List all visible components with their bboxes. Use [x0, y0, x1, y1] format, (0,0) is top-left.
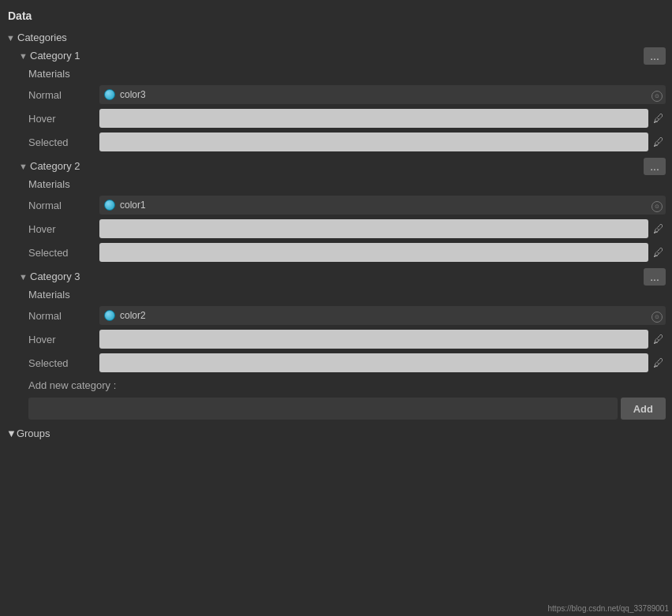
categories-header[interactable]: ▼ Categories [0, 28, 672, 47]
category3-more-button[interactable]: ... [644, 268, 666, 286]
category3-normal-row: Normal color2 ⊙ [0, 304, 672, 327]
category2-hover-row: Hover 🖊 [0, 217, 672, 241]
category3-selected-label: Selected [28, 357, 99, 369]
category3-hover-label: Hover [28, 334, 99, 345]
category1-selected-field-wrap: 🖊 [99, 133, 666, 151]
categories-collapse-icon[interactable]: ▼ [6, 33, 14, 43]
category2-normal-target-icon: ⊙ [651, 199, 663, 212]
category3-selected-pick-button[interactable]: 🖊 [651, 357, 666, 369]
category2-normal-field[interactable]: color1 ⊙ [99, 196, 666, 215]
category2-selected-row: Selected 🖊 [0, 241, 672, 264]
category1-normal-field-wrap: color3 ⊙ [99, 85, 666, 104]
category3-header[interactable]: ▼ Category 3 ... [0, 267, 672, 286]
category2-more-button[interactable]: ... [644, 158, 666, 175]
category3-hover-field-wrap: 🖊 [99, 330, 666, 349]
data-panel: Data ▼ Categories ▼ Category 1 ... Mater… [0, 0, 672, 449]
groups-label: Groups [17, 427, 50, 439]
category2-selected-field[interactable] [99, 243, 648, 262]
category2-hover-field-wrap: 🖊 [99, 219, 666, 238]
category2-selected-field-wrap: 🖊 [99, 243, 666, 262]
category1-selected-label: Selected [28, 136, 99, 148]
category1-hover-field[interactable] [99, 109, 648, 128]
category2-normal-color-dot [104, 200, 115, 211]
groups-header[interactable]: ▼ Groups [0, 424, 672, 442]
add-category-input-row: Add [0, 396, 672, 424]
category3-collapse-icon[interactable]: ▼ [19, 272, 27, 282]
category3-selected-row: Selected 🖊 [0, 351, 672, 375]
category1-normal-row: Normal color3 ⊙ [0, 83, 672, 106]
category3-normal-value: color2 [120, 310, 146, 321]
category1-normal-field[interactable]: color3 ⊙ [99, 85, 666, 104]
category2-label: Category 2 [30, 160, 80, 172]
category3-normal-color-dot [104, 310, 115, 321]
category2-normal-value: color1 [120, 200, 146, 211]
category3-selected-field[interactable] [99, 353, 648, 372]
category2-hover-pick-button[interactable]: 🖊 [651, 222, 666, 235]
category3-materials-label: Materials [0, 286, 672, 304]
category1-selected-pick-button[interactable]: 🖊 [651, 136, 666, 148]
category3-hover-row: Hover 🖊 [0, 327, 672, 351]
add-category-button[interactable]: Add [621, 398, 666, 420]
category1-label: Category 1 [30, 50, 80, 62]
panel-title: Data [0, 6, 672, 28]
category3-hover-field[interactable] [99, 330, 648, 349]
add-category-input[interactable] [28, 398, 618, 420]
category1-collapse-icon[interactable]: ▼ [19, 51, 27, 61]
category1-selected-field[interactable] [99, 133, 648, 151]
category1-hover-field-wrap: 🖊 [99, 109, 666, 128]
category3-normal-field-wrap: color2 ⊙ [99, 306, 666, 325]
watermark: https://blog.csdn.net/qq_33789001 [548, 604, 669, 613]
category3-normal-field[interactable]: color2 ⊙ [99, 306, 666, 325]
category2-selected-pick-button[interactable]: 🖊 [651, 246, 666, 259]
category2-selected-label: Selected [28, 247, 99, 259]
category1-materials-label: Materials [0, 65, 672, 83]
category2-collapse-icon[interactable]: ▼ [19, 162, 27, 171]
groups-collapse-icon[interactable]: ▼ [6, 427, 17, 439]
category1-normal-label: Normal [28, 89, 99, 101]
category2-materials-label: Materials [0, 175, 672, 193]
category1-normal-target-icon: ⊙ [651, 88, 663, 102]
category1-normal-color-dot [104, 89, 115, 100]
category2-hover-label: Hover [28, 223, 99, 235]
category2-normal-label: Normal [28, 200, 99, 211]
category1-normal-value: color3 [120, 89, 146, 100]
category1-hover-label: Hover [28, 113, 99, 125]
category3-normal-label: Normal [28, 310, 99, 322]
category3-normal-target-icon: ⊙ [651, 309, 663, 323]
category1-hover-pick-button[interactable]: 🖊 [651, 112, 666, 125]
category1-more-button[interactable]: ... [644, 47, 666, 65]
add-category-section: Add new category : [0, 375, 672, 396]
categories-label: Categories [17, 32, 67, 43]
category1-header[interactable]: ▼ Category 1 ... [0, 47, 672, 65]
category3-selected-field-wrap: 🖊 [99, 353, 666, 372]
category3-label: Category 3 [30, 271, 80, 282]
category1-hover-row: Hover 🖊 [0, 106, 672, 130]
add-category-label: Add new category : [28, 379, 116, 391]
category3-hover-pick-button[interactable]: 🖊 [651, 333, 666, 345]
category2-normal-field-wrap: color1 ⊙ [99, 196, 666, 215]
category2-normal-row: Normal color1 ⊙ [0, 193, 672, 217]
category1-selected-row: Selected 🖊 [0, 130, 672, 154]
category2-header[interactable]: ▼ Category 2 ... [0, 157, 672, 175]
category2-hover-field[interactable] [99, 219, 648, 238]
